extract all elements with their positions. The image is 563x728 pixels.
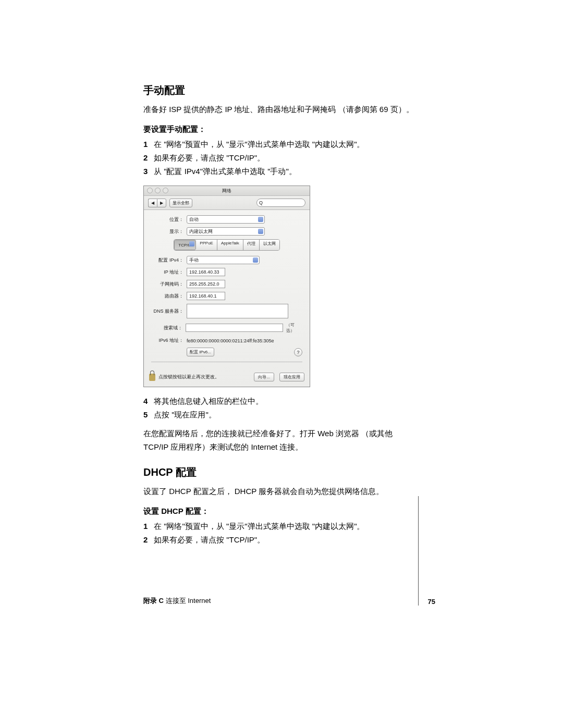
tab-ethernet[interactable]: 以太网 [260,240,279,250]
assist-button[interactable]: 向导... [254,373,274,381]
step-text: 如果有必要，请点按 "TCP/IP"。 [154,153,265,162]
searchdomain-label: 搜索域： [151,325,186,331]
toolbar: ◀ ▶ 显示全部 Q [144,196,310,210]
close-icon[interactable] [147,188,153,193]
help-button[interactable]: ? [294,348,302,356]
ipv6-value: fe80:0000:0000:0000:0211:24ff:fe35:305e [187,338,274,343]
router-field[interactable]: 192.168.40.1 [187,292,225,300]
search-input[interactable]: Q [256,199,305,207]
ipv6-label: IPv6 地址： [151,337,187,344]
nav-forward-button[interactable]: ▶ [157,199,166,207]
minimize-icon[interactable] [155,188,161,193]
page-footer: 附录 C 连接至 Internet 75 [143,496,435,606]
dns-label: DNS 服务器： [151,308,187,315]
ipv4config-select[interactable]: 手动 [187,256,260,264]
lock-text: 点按锁按钮以避止再次更改。 [158,374,219,380]
tab-appletalk[interactable]: AppleTalk [217,240,243,250]
footer-left-rest: 连接至 Internet [164,597,211,604]
step-text: 在 "网络"预置中，从 "显示"弹出式菜单中选取 "内建以太网"。 [154,140,364,149]
location-label: 位置： [151,216,187,223]
ipv4config-label: 配置 IPv4： [151,257,187,264]
section1-steps-after: 4将其他信息键入相应的栏位中。 5点按 "现在应用"。 [143,394,420,422]
ip-field[interactable]: 192.168.40.33 [187,268,225,276]
zoom-icon[interactable] [163,188,168,193]
section1-subtitle: 要设置手动配置： [143,125,420,134]
search-icon: Q [259,200,263,205]
section2-title: DHCP 配置 [143,465,420,479]
optional-text: （可选） [286,322,302,334]
nav-back-button[interactable]: ◀ [148,199,157,207]
step-text: 从 "配置 IPv4"弹出式菜单中选取 "手动"。 [154,167,297,176]
step-text: 将其他信息键入相应的栏位中。 [154,397,263,405]
section1-intro: 准备好 ISP 提供的静态 IP 地址、路由器地址和子网掩码 （请参阅第 69 … [143,103,420,116]
show-select[interactable]: 内建以太网 [187,227,265,236]
apply-button[interactable]: 现在应用 [279,373,304,381]
section1-title: 手动配置 [143,83,420,97]
footer-left-bold: 附录 C [143,597,164,604]
show-label: 显示： [151,228,187,235]
dns-field[interactable] [187,304,288,318]
ip-label: IP 地址： [151,269,187,276]
searchdomain-field[interactable] [186,324,284,332]
subnet-field[interactable]: 255.255.252.0 [187,280,225,288]
tab-pppoe[interactable]: PPPoE [196,240,217,250]
subnet-label: 子网掩码： [151,281,187,288]
window-title: 网络 [222,188,231,194]
configure-ipv6-button[interactable]: 配置 IPv6... [187,348,214,356]
show-all-button[interactable]: 显示全部 [169,199,192,207]
lock-icon[interactable] [149,374,155,381]
titlebar: 网络 [144,186,310,196]
section1-outro: 在您配置网络后，您的连接就已经准备好了。打开 Web 浏览器 （或其他 TCP/… [143,427,420,454]
tab-tcpip[interactable]: TCP/IP [174,240,196,250]
network-prefs-window: 网络 ◀ ▶ 显示全部 Q 位置： 自动 显示： 内建以太网 TCP/I [143,186,310,387]
traffic-lights[interactable] [147,188,168,193]
tab-proxy[interactable]: 代理 [243,240,260,250]
section1-steps: 1在 "网络"预置中，从 "显示"弹出式菜单中选取 "内建以太网"。 2如果有必… [143,138,420,178]
page-number: 75 [428,598,435,606]
router-label: 路由器： [151,293,187,300]
step-text: 点按 "现在应用"。 [154,410,216,419]
tabset: TCP/IP PPPoE AppleTalk 代理 以太网 [151,239,302,251]
location-select[interactable]: 自动 [187,215,265,224]
